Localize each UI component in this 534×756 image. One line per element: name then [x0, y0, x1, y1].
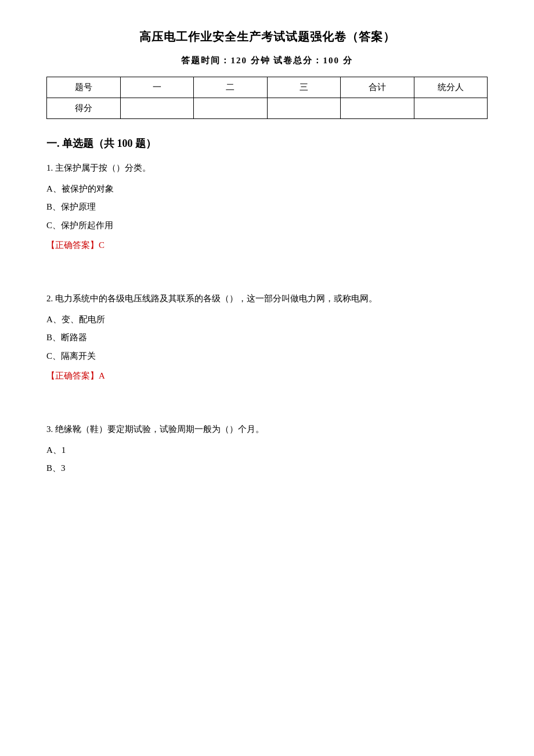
subtitle: 答题时间：120 分钟 试卷总分：100 分	[46, 55, 488, 66]
question-1-answer-prefix: 【正确答案】	[46, 240, 99, 250]
question-1: 1. 主保护属于按（）分类。 A、被保护的对象 B、保护原理 C、保护所起作用 …	[46, 161, 488, 251]
question-3-option-b: B、3	[46, 461, 488, 476]
question-1-text: 1. 主保护属于按（）分类。	[46, 161, 488, 176]
spacer-1	[46, 268, 488, 291]
table-score-total	[341, 98, 414, 119]
score-table: 题号 一 二 三 合计 统分人 得分	[46, 77, 488, 119]
question-1-body: 主保护属于按（）分类。	[55, 163, 151, 172]
question-2-answer-letter: A	[99, 371, 105, 380]
table-header-topic: 题号	[47, 77, 121, 98]
table-header-total: 合计	[341, 77, 414, 98]
question-2-body: 电力系统中的各级电压线路及其联系的各级（），这一部分叫做电力网，或称电网。	[55, 294, 377, 303]
question-1-option-c: C、保护所起作用	[46, 218, 488, 233]
question-2-number: 2.	[46, 294, 53, 303]
question-2-answer: 【正确答案】A	[46, 370, 488, 381]
question-3: 3. 绝缘靴（鞋）要定期试验，试验周期一般为（）个月。 A、1 B、3	[46, 422, 488, 476]
question-1-option-a: A、被保护的对象	[46, 182, 488, 197]
question-3-text: 3. 绝缘靴（鞋）要定期试验，试验周期一般为（）个月。	[46, 422, 488, 437]
question-2: 2. 电力系统中的各级电压线路及其联系的各级（），这一部分叫做电力网，或称电网。…	[46, 291, 488, 381]
section1-title: 一. 单选题（共 100 题）	[46, 136, 488, 150]
question-2-option-c: C、隔离开关	[46, 349, 488, 364]
table-score-3	[267, 98, 341, 119]
page-title: 高压电工作业安全生产考试试题强化卷（答案）	[46, 29, 488, 45]
table-score-1	[120, 98, 194, 119]
table-header-1: 一	[120, 77, 194, 98]
table-score-scorer	[414, 98, 488, 119]
question-1-answer-letter: C	[99, 240, 104, 250]
question-2-option-a: A、变、配电所	[46, 312, 488, 327]
question-2-answer-prefix: 【正确答案】	[46, 371, 99, 380]
question-1-answer: 【正确答案】C	[46, 240, 488, 251]
question-1-option-b: B、保护原理	[46, 200, 488, 215]
question-2-option-b: B、断路器	[46, 330, 488, 345]
table-row-label: 得分	[47, 98, 121, 119]
table-score-2	[194, 98, 268, 119]
spacer-2	[46, 399, 488, 422]
question-3-body: 绝缘靴（鞋）要定期试验，试验周期一般为（）个月。	[55, 424, 264, 434]
table-header-2: 二	[194, 77, 268, 98]
table-header-3: 三	[267, 77, 341, 98]
question-1-number: 1.	[46, 163, 53, 172]
question-2-text: 2. 电力系统中的各级电压线路及其联系的各级（），这一部分叫做电力网，或称电网。	[46, 291, 488, 307]
question-3-number: 3.	[46, 424, 53, 434]
table-header-scorer: 统分人	[414, 77, 488, 98]
question-3-option-a: A、1	[46, 443, 488, 458]
